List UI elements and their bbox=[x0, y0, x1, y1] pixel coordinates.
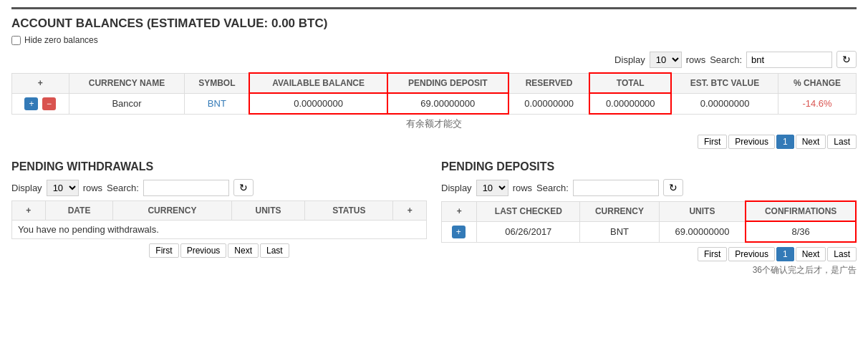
w-previous-button[interactable]: Previous bbox=[180, 243, 227, 258]
account-pagination: First Previous 1 Next Last bbox=[11, 135, 857, 149]
next-button[interactable]: Next bbox=[796, 135, 826, 149]
w-search-input[interactable] bbox=[143, 180, 229, 196]
symbol-link[interactable]: BNT bbox=[208, 98, 226, 109]
withdrawals-table: + DATE CURRENCY UNITS STATUS + You have … bbox=[11, 200, 427, 239]
est-btc-cell: 0.00000000 bbox=[671, 93, 778, 114]
w-col-plus2: + bbox=[393, 201, 427, 221]
account-balances-table: + CURRENCY NAME SYMBOL AVAILABLE BALANCE… bbox=[11, 72, 857, 115]
refresh-button[interactable]: ↻ bbox=[836, 51, 857, 68]
w-col-units: UNITS bbox=[231, 201, 305, 221]
deposits-title: PENDING DEPOSITS bbox=[441, 160, 857, 173]
col-pending-deposit: PENDING DEPOSIT bbox=[387, 73, 508, 93]
d-first-button[interactable]: First bbox=[698, 247, 727, 261]
w-search-label: Search: bbox=[107, 183, 139, 193]
w-col-currency: CURRENCY bbox=[113, 201, 231, 221]
total-cell: 0.00000000 bbox=[589, 93, 671, 114]
d-units-cell: 69.00000000 bbox=[659, 221, 746, 242]
withdrawals-title: PENDING WITHDRAWALS bbox=[11, 160, 427, 173]
pending-deposit-cell: 69.00000000 bbox=[387, 93, 508, 114]
d-row-action[interactable]: + bbox=[442, 221, 477, 242]
account-balances-title: ACCOUNT BALANCES (ESTIMATED VALUE: 0.00 … bbox=[11, 16, 857, 31]
d-col-confirmations: CONFIRMATIONS bbox=[746, 201, 856, 221]
w-col-plus: + bbox=[12, 201, 46, 221]
w-refresh-button[interactable]: ↻ bbox=[233, 179, 254, 196]
available-balance-cell: 0.00000000 bbox=[249, 93, 387, 114]
d-page-button[interactable]: 1 bbox=[776, 247, 794, 261]
table-row: + − Bancor BNT 0.00000000 69.00000000 0.… bbox=[12, 93, 857, 114]
pct-change-cell: -14.6% bbox=[778, 93, 857, 114]
col-available-balance: AVAILABLE BALANCE bbox=[249, 73, 387, 93]
search-label: Search: bbox=[710, 54, 742, 65]
pending-withdrawals-section: PENDING WITHDRAWALS Display 10 25 rows S… bbox=[11, 160, 427, 276]
display-label: Display bbox=[614, 54, 645, 65]
d-refresh-button[interactable]: ↻ bbox=[663, 179, 683, 196]
d-currency-cell: BNT bbox=[580, 221, 659, 242]
previous-button[interactable]: Previous bbox=[728, 135, 775, 149]
no-withdrawals-row: You have no pending withdrawals. bbox=[12, 221, 427, 239]
d-rows-label: rows bbox=[513, 183, 532, 193]
annotation-text: 有余额才能交 bbox=[11, 117, 857, 130]
w-first-button[interactable]: First bbox=[149, 243, 178, 258]
d-confirmations-cell: 8/36 bbox=[746, 221, 856, 242]
deposits-table: + LAST CHECKED CURRENCY UNITS CONFIRMATI… bbox=[441, 200, 857, 243]
rows-label: rows bbox=[686, 54, 705, 65]
w-next-button[interactable]: Next bbox=[228, 243, 259, 258]
hide-zero-label: Hide zero balances bbox=[24, 35, 98, 45]
d-col-units: UNITS bbox=[659, 201, 746, 221]
col-total: TOTAL bbox=[589, 73, 671, 93]
d-search-label: Search: bbox=[536, 183, 569, 193]
display-select[interactable]: 10 25 50 bbox=[650, 52, 682, 68]
d-previous-button[interactable]: Previous bbox=[728, 247, 775, 261]
last-button[interactable]: Last bbox=[827, 135, 857, 149]
d-expand-button[interactable]: + bbox=[452, 226, 466, 238]
d-last-button[interactable]: Last bbox=[827, 247, 857, 261]
collapse-button[interactable]: − bbox=[42, 97, 56, 110]
d-search-input[interactable] bbox=[573, 180, 659, 196]
w-pagination: First Previous Next Last bbox=[11, 243, 427, 258]
deposit-row: + 06/26/2017 BNT 69.00000000 8/36 bbox=[442, 221, 857, 242]
col-plus: + bbox=[12, 73, 69, 93]
col-reserved: RESERVED bbox=[508, 73, 590, 93]
page-button[interactable]: 1 bbox=[776, 135, 794, 149]
hide-zero-checkbox[interactable] bbox=[11, 36, 21, 45]
d-last-checked-cell: 06/26/2017 bbox=[477, 221, 580, 242]
first-button[interactable]: First bbox=[698, 135, 727, 149]
d-next-button[interactable]: Next bbox=[796, 247, 826, 261]
w-last-button[interactable]: Last bbox=[260, 243, 289, 258]
reserved-cell: 0.00000000 bbox=[508, 93, 590, 114]
d-col-currency: CURRENCY bbox=[580, 201, 659, 221]
d-col-last-checked: LAST CHECKED bbox=[477, 201, 580, 221]
col-pct-change: % CHANGE bbox=[778, 73, 857, 93]
d-display-label: Display bbox=[441, 183, 472, 193]
symbol-cell: BNT bbox=[185, 93, 249, 114]
w-display-select[interactable]: 10 25 bbox=[47, 180, 79, 196]
d-col-plus: + bbox=[442, 201, 477, 221]
col-est-btc: EST. BTC VALUE bbox=[671, 73, 778, 93]
w-display-label: Display bbox=[11, 183, 42, 193]
corner-note: 36个确认完之后才，是广告 bbox=[441, 264, 857, 276]
col-symbol: SYMBOL bbox=[185, 73, 249, 93]
pending-deposits-section: PENDING DEPOSITS Display 10 25 rows Sear… bbox=[441, 160, 857, 276]
w-col-date: DATE bbox=[45, 201, 113, 221]
d-pagination: First Previous 1 Next Last bbox=[441, 247, 857, 261]
no-withdrawals-message: You have no pending withdrawals. bbox=[12, 221, 427, 239]
search-input[interactable] bbox=[746, 52, 832, 68]
d-display-select[interactable]: 10 25 bbox=[476, 180, 508, 196]
account-balances-section: ACCOUNT BALANCES (ESTIMATED VALUE: 0.00 … bbox=[11, 16, 857, 149]
w-rows-label: rows bbox=[83, 183, 102, 193]
col-currency-name: CURRENCY NAME bbox=[69, 73, 185, 93]
w-col-status: STATUS bbox=[305, 201, 393, 221]
row-action[interactable]: + − bbox=[12, 93, 69, 114]
expand-button[interactable]: + bbox=[24, 97, 38, 110]
currency-name-cell: Bancor bbox=[69, 93, 185, 114]
